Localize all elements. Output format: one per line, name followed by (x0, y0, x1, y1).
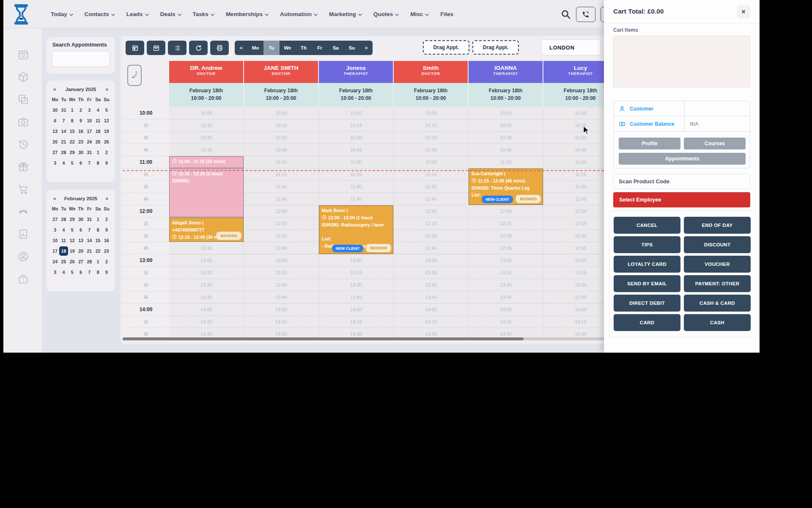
calendar-day-31[interactable]: 31 (85, 215, 93, 224)
slot-ioanna-10-30[interactable]: 10:30 (469, 132, 543, 144)
staff-column-ioanna[interactable]: IOANNATHERAPIST (469, 61, 543, 83)
calendar-day-30[interactable]: 30 (77, 148, 85, 157)
slot-smith-10-45[interactable]: 10:45 (394, 144, 469, 156)
slot-joness-10-45[interactable]: 10:45 (319, 144, 394, 156)
calendar-day-7[interactable]: 7 (85, 268, 93, 277)
slot-jane-smith-12-15[interactable]: 12:15 (244, 218, 319, 230)
calendar-day-15[interactable]: 15 (68, 127, 77, 136)
calendar-day-12[interactable]: 12 (102, 116, 111, 125)
slot-lucy-12-00[interactable]: 12:00 (543, 205, 611, 218)
slot-smith-10-30[interactable]: 10:30 (394, 132, 469, 144)
slot-joness-10-00[interactable]: 10:00 (319, 107, 394, 119)
slot-jane-smith-11-30[interactable]: 11:30 (244, 181, 319, 193)
calendar-day-8[interactable]: 8 (68, 116, 77, 125)
slot-lucy-13-15[interactable]: 13:15 (543, 267, 611, 279)
nav-item-today[interactable]: Today (51, 11, 73, 17)
slot-lucy-10-45[interactable]: 10:45 (543, 144, 611, 156)
slot-lucy-10-00[interactable]: 10:00 (543, 107, 611, 119)
calendar-day-1[interactable]: 1 (68, 105, 77, 115)
horizontal-scrollbar[interactable] (123, 337, 524, 340)
calendar-day-8[interactable]: 8 (93, 225, 102, 235)
search-appointments-input[interactable] (52, 51, 110, 67)
payment-button-cancel[interactable]: CANCEL (614, 217, 680, 234)
sidebar-calendar-date-icon[interactable]: 12 (17, 49, 29, 61)
calendar-day-21[interactable]: 21 (59, 137, 68, 146)
slot-dr-andrew-14-00[interactable]: 14:00 (169, 304, 244, 316)
sidebar-briefcase-icon[interactable] (17, 273, 29, 285)
slot-smith-14-00[interactable]: 14:00 (394, 304, 469, 316)
payment-button-cash[interactable]: CASH (684, 314, 751, 331)
calendar-day-1[interactable]: 1 (93, 148, 102, 157)
day-nav-tu[interactable]: Tu (263, 41, 280, 55)
slot-jane-smith-12-45[interactable]: 12:45 (244, 242, 319, 254)
slot-dr-andrew-10-00[interactable]: 10:00 (169, 107, 244, 119)
courses-button[interactable]: Courses (684, 138, 746, 149)
calendar-day-24[interactable]: 24 (85, 137, 93, 146)
day-nav-fr[interactable]: Fr (312, 41, 328, 55)
toolbar-printer-icon[interactable] (210, 41, 229, 55)
payment-button-card[interactable]: CARD (614, 314, 680, 331)
prev-day-icon[interactable]: < (235, 45, 247, 50)
slot-smith-12-15[interactable]: 12:15 (394, 218, 469, 230)
slot-dr-andrew-10-15[interactable]: 10:15 (169, 119, 244, 132)
payment-button-direct-debit[interactable]: DIRECT DEBIT (614, 295, 680, 312)
calendar-day-27[interactable]: 27 (51, 148, 59, 157)
slot-lucy-12-45[interactable]: 12:45 (543, 242, 611, 254)
calendar-day-19[interactable]: 19 (68, 246, 77, 256)
calendar-day-20[interactable]: 20 (51, 137, 59, 146)
drag-appt-button-2[interactable]: Drag Appt. (472, 40, 519, 55)
slot-lucy-11-00[interactable]: 11:00 (543, 156, 611, 168)
slot-jane-smith-14-15[interactable]: 14:15 (244, 316, 319, 328)
slot-jane-smith-12-00[interactable]: 12:00 (244, 205, 319, 218)
slot-ioanna-10-15[interactable]: 10:15 (469, 119, 543, 132)
calendar-day-20[interactable]: 20 (77, 246, 85, 256)
calendar-day-6[interactable]: 6 (77, 158, 85, 168)
slot-smith-11-30[interactable]: 11:30 (394, 181, 469, 193)
calendar-day-4[interactable]: 4 (59, 225, 68, 235)
calendar-day-17[interactable]: 17 (51, 246, 59, 256)
calendar-day-13[interactable]: 13 (77, 236, 85, 245)
slot-jane-smith-10-30[interactable]: 10:30 (244, 132, 319, 144)
calendar-day-5[interactable]: 5 (68, 225, 77, 235)
staff-column-jane-smith[interactable]: JANE SMITHDOCTOR (244, 61, 319, 83)
calendar-day-12[interactable]: 12 (68, 236, 77, 245)
payment-button-cash-card[interactable]: CASH & CARD (684, 295, 751, 312)
calendar-day-21[interactable]: 21 (85, 246, 93, 256)
nav-item-marketing[interactable]: Marketing (329, 11, 362, 17)
customer-balance-link[interactable]: Customer Balance (630, 121, 674, 127)
slot-dr-andrew-13-30[interactable]: 13:30 (169, 279, 244, 291)
slot-jane-smith-10-00[interactable]: 10:00 (244, 107, 319, 119)
nav-item-tasks[interactable]: Tasks (193, 11, 214, 17)
slot-joness-11-00[interactable]: 11:00 (319, 156, 394, 168)
calendar-day-14[interactable]: 14 (59, 127, 68, 136)
payment-button-voucher[interactable]: VOUCHER (684, 256, 751, 273)
slot-ioanna-13-00[interactable]: 13:00 (469, 254, 543, 267)
phone-call-button[interactable] (576, 7, 595, 22)
slot-ioanna-10-00[interactable]: 10:00 (469, 107, 543, 119)
calendar-day-9[interactable]: 9 (102, 158, 111, 168)
slot-smith-11-00[interactable]: 11:00 (394, 156, 469, 168)
slot-ioanna-10-45[interactable]: 10:45 (469, 144, 543, 156)
calendar-day-4[interactable]: 4 (93, 105, 102, 115)
profile-button[interactable]: Profile (619, 138, 680, 149)
calendar-day-16[interactable]: 16 (102, 236, 111, 245)
close-icon[interactable]: × (737, 5, 750, 19)
slot-smith-13-45[interactable]: 13:45 (394, 291, 469, 304)
staff-column-joness[interactable]: JonessTHERAPIST (319, 61, 394, 83)
slot-joness-14-00[interactable]: 14:00 (319, 304, 394, 316)
slot-jane-smith-11-45[interactable]: 11:45 (244, 193, 319, 205)
nav-item-memberships[interactable]: Memberships (226, 11, 269, 17)
slot-joness-13-30[interactable]: 13:30 (319, 279, 394, 291)
calendar-day-4[interactable]: 4 (59, 268, 68, 277)
slot-jane-smith-13-30[interactable]: 13:30 (244, 279, 319, 291)
calendar-day-14[interactable]: 14 (85, 236, 93, 245)
slot-joness-13-45[interactable]: 13:45 (319, 291, 394, 304)
slot-ioanna-14-00[interactable]: 14:00 (469, 304, 543, 316)
sidebar-history-icon[interactable] (17, 138, 29, 150)
calendar-day-30[interactable]: 30 (77, 215, 85, 224)
nav-item-misc[interactable]: Misc (410, 11, 429, 17)
calendar-day-22[interactable]: 22 (68, 137, 77, 146)
slot-lucy-13-00[interactable]: 13:00 (543, 254, 611, 267)
calendar-day-6[interactable]: 6 (77, 225, 85, 235)
calendar-day-3[interactable]: 3 (85, 105, 93, 115)
